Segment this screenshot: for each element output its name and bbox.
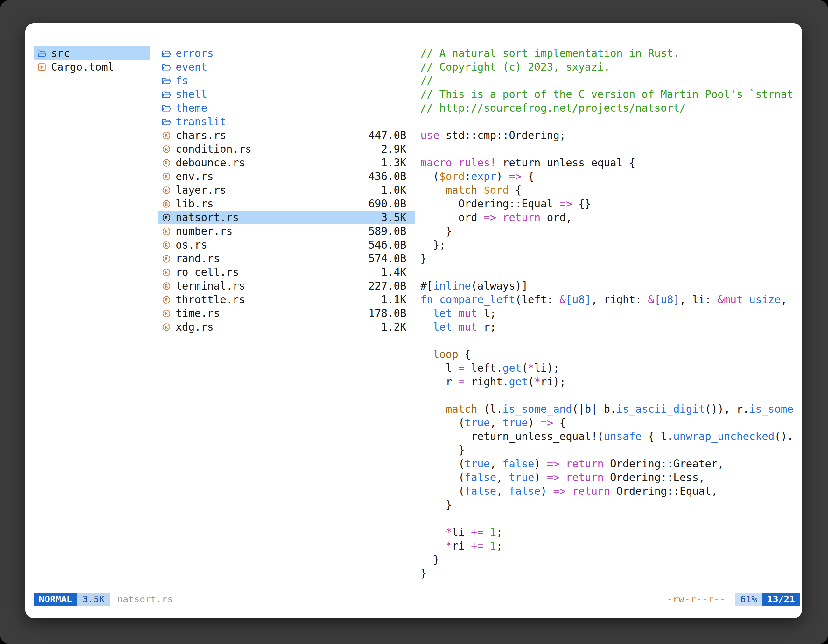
- file-size: 447.0B: [369, 129, 406, 142]
- file-name: theme: [176, 102, 406, 114]
- code-line: loop {: [420, 348, 799, 361]
- file-item-time.rs[interactable]: R time.rs 178.0B: [158, 306, 415, 320]
- code-line: *li += 1;: [420, 525, 799, 539]
- code-line: }: [420, 252, 799, 265]
- file-item-ro_cell.rs[interactable]: R ro_cell.rs 1.4K: [158, 265, 415, 279]
- code-line: }: [420, 553, 799, 566]
- svg-text:R: R: [165, 324, 168, 330]
- file-permissions: -rw-r--r--: [667, 593, 726, 605]
- code-line: Ordering::Equal => {}: [420, 197, 799, 211]
- file-size: 436.0B: [369, 170, 406, 183]
- code-line: }: [420, 443, 799, 457]
- file-size: 1.0K: [381, 184, 406, 196]
- dir-item-src[interactable]: src: [34, 47, 149, 60]
- file-name: condition.rs: [176, 143, 381, 155]
- svg-text:R: R: [165, 147, 168, 152]
- code-line: //: [420, 74, 799, 88]
- file-item-throttle.rs[interactable]: R throttle.rs 1.1K: [158, 293, 415, 306]
- file-item-Cargo.toml[interactable]: T Cargo.toml: [34, 60, 149, 74]
- code-line: // This is a port of the C version of Ma…: [420, 88, 799, 101]
- rust-file-icon: R: [162, 172, 176, 181]
- svg-text:R: R: [165, 270, 168, 275]
- file-size: 227.0B: [369, 280, 406, 292]
- dir-item-translit[interactable]: translit: [158, 115, 415, 128]
- rust-file-icon: R: [162, 309, 176, 318]
- folder-icon: [162, 103, 176, 113]
- code-line: [420, 142, 799, 156]
- file-size: 1.1K: [381, 293, 406, 306]
- rust-file-icon: R: [162, 295, 176, 304]
- file-name: rand.rs: [176, 252, 369, 265]
- code-line: ($ord:expr) => {: [420, 169, 799, 183]
- file-item-number.rs[interactable]: R number.rs 589.0B: [158, 224, 415, 238]
- file-item-chars.rs[interactable]: R chars.rs 447.0B: [158, 128, 415, 142]
- file-size: 1.3K: [381, 157, 406, 169]
- rust-file-icon: R: [162, 281, 176, 291]
- code-line: #[inline(always)]: [420, 279, 799, 293]
- rust-file-icon: R: [162, 322, 176, 332]
- parent-directory-pane: src T Cargo.toml: [34, 47, 150, 588]
- code-line: use std::cmp::Ordering;: [420, 128, 799, 142]
- file-size: 2.9K: [381, 143, 406, 155]
- code-line: (false, false) => return Ordering::Equal…: [420, 484, 799, 498]
- code-line: let mut l;: [420, 306, 799, 320]
- svg-text:R: R: [165, 160, 168, 166]
- svg-text:R: R: [165, 243, 168, 248]
- folder-icon: [162, 117, 176, 127]
- file-size: 1.2K: [381, 321, 406, 333]
- dir-item-shell[interactable]: shell: [158, 88, 415, 101]
- rust-file-icon: R: [162, 213, 176, 223]
- code-line: // A natural sort implementation in Rust…: [420, 47, 799, 60]
- rust-file-icon: R: [162, 158, 176, 168]
- mode-badge: NORMAL: [34, 593, 77, 605]
- current-directory-pane: errors event fs shell theme translit R c…: [158, 47, 415, 588]
- code-line: [420, 265, 799, 279]
- svg-text:R: R: [165, 297, 168, 302]
- code-line: }: [420, 224, 799, 238]
- code-line: fn compare_left(left: &[u8], right: &[u8…: [420, 293, 799, 306]
- yazi-file-manager-window: src T Cargo.toml errors event fs shell t…: [25, 23, 802, 618]
- statusbar-spacer: [173, 593, 666, 605]
- file-item-xdg.rs[interactable]: R xdg.rs 1.2K: [158, 320, 415, 334]
- svg-text:R: R: [165, 311, 168, 316]
- code-line: return_unless_equal!(unsafe { l.unwrap_u…: [420, 429, 799, 443]
- dir-item-fs[interactable]: fs: [158, 74, 415, 88]
- code-line: r = right.get(*ri);: [420, 375, 799, 389]
- file-item-natsort.rs[interactable]: R natsort.rs 3.5K: [158, 211, 415, 224]
- toml-file-icon: T: [37, 63, 51, 72]
- file-name: layer.rs: [176, 184, 381, 196]
- file-name: throttle.rs: [176, 293, 381, 306]
- svg-text:R: R: [165, 201, 168, 207]
- file-item-rand.rs[interactable]: R rand.rs 574.0B: [158, 252, 415, 265]
- panes-container: src T Cargo.toml errors event fs shell t…: [34, 47, 799, 588]
- file-size: 1.4K: [381, 266, 406, 278]
- desktop-background: src T Cargo.toml errors event fs shell t…: [0, 0, 828, 644]
- dir-item-theme[interactable]: theme: [158, 101, 415, 115]
- svg-text:T: T: [41, 64, 43, 70]
- dir-item-errors[interactable]: errors: [158, 47, 415, 60]
- scroll-percent-badge: 61%: [735, 593, 762, 605]
- file-name: natsort.rs: [176, 211, 381, 224]
- folder-icon: [162, 90, 176, 99]
- status-bar: NORMAL 3.5K natsort.rs -rw-r--r-- 61% 13…: [34, 593, 800, 605]
- rust-file-icon: R: [162, 131, 176, 140]
- rust-file-icon: R: [162, 254, 176, 263]
- file-item-terminal.rs[interactable]: R terminal.rs 227.0B: [158, 279, 415, 293]
- rust-file-icon: R: [162, 227, 176, 236]
- file-name: shell: [176, 88, 406, 100]
- code-line: macro_rules! return_unless_equal {: [420, 156, 799, 169]
- code-line: let mut r;: [420, 320, 799, 334]
- code-line: (true, false) => return Ordering::Greate…: [420, 457, 799, 471]
- file-item-debounce.rs[interactable]: R debounce.rs 1.3K: [158, 156, 415, 169]
- file-item-condition.rs[interactable]: R condition.rs 2.9K: [158, 142, 415, 156]
- file-size: 546.0B: [369, 239, 406, 251]
- svg-text:R: R: [165, 284, 168, 288]
- file-item-os.rs[interactable]: R os.rs 546.0B: [158, 238, 415, 252]
- file-item-lib.rs[interactable]: R lib.rs 690.0B: [158, 197, 415, 211]
- file-name: os.rs: [176, 239, 369, 251]
- dir-item-event[interactable]: event: [158, 60, 415, 74]
- code-line: [420, 334, 799, 348]
- file-item-layer.rs[interactable]: R layer.rs 1.0K: [158, 183, 415, 197]
- file-name: Cargo.toml: [51, 61, 141, 73]
- file-item-env.rs[interactable]: R env.rs 436.0B: [158, 169, 415, 183]
